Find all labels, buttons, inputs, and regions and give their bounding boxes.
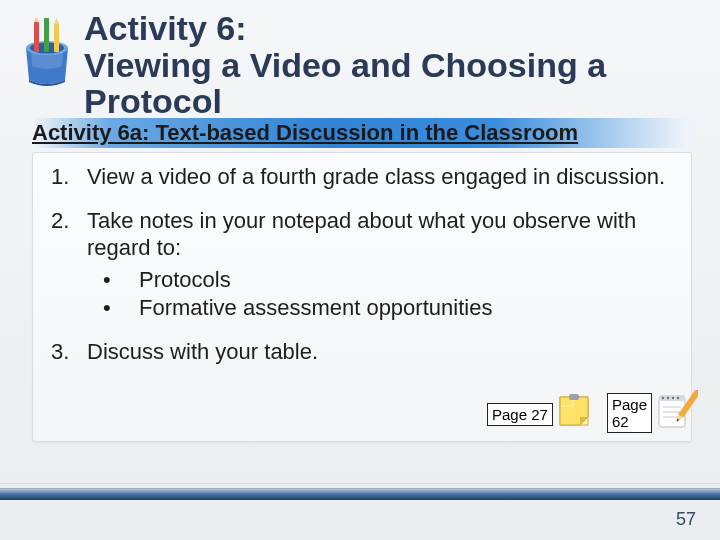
page-ref-label: Page 62 [607,393,652,433]
sub-list-item-text: Formative assessment opportunities [139,295,492,320]
pencil-cup-icon [18,18,76,92]
slide-header: Activity 6: Viewing a Video and Choosing… [18,10,720,120]
instruction-list: View a video of a fourth grade class eng… [39,163,677,365]
sub-list: Protocols Formative assessment opportuni… [87,266,677,322]
title-line-1: Activity 6: [84,9,247,47]
title-line-2: Viewing a Video and Choosing a Protocol [84,46,606,121]
subtitle-bar: Activity 6a: Text-based Discussion in th… [32,118,692,146]
list-item: View a video of a fourth grade class eng… [39,163,677,191]
slide: Activity 6: Viewing a Video and Choosing… [0,0,720,540]
sticky-note-icon [557,394,595,435]
list-item: Discuss with your table. [39,338,677,366]
sub-list-item: Protocols [87,266,677,294]
svg-marker-7 [54,18,59,24]
footer-bar [0,488,720,500]
svg-point-14 [672,397,674,399]
footer-divider [0,483,720,484]
slide-title: Activity 6: Viewing a Video and Choosing… [84,10,720,120]
svg-rect-4 [44,18,49,52]
list-item-text: Discuss with your table. [87,339,318,364]
list-item-text: Take notes in your notepad about what yo… [87,208,636,261]
svg-point-15 [677,397,679,399]
page-ref-2: Page 62 [607,390,698,435]
sub-list-item-text: Protocols [139,267,231,292]
list-item-text: View a video of a fourth grade class eng… [87,164,665,189]
sub-list-item: Formative assessment opportunities [87,294,677,322]
page-ref-1: Page 27 [487,394,595,435]
svg-point-13 [667,397,669,399]
svg-marker-3 [34,18,39,22]
content-box: View a video of a fourth grade class eng… [32,152,692,442]
svg-rect-6 [54,24,59,52]
list-item: Take notes in your notepad about what yo… [39,207,677,322]
subtitle-text: Activity 6a: Text-based Discussion in th… [32,118,692,146]
svg-rect-2 [34,22,39,52]
svg-rect-9 [569,394,579,400]
svg-point-12 [662,397,664,399]
slide-number: 57 [676,509,696,530]
notepad-pencil-icon [656,390,698,435]
page-ref-label: Page 27 [487,403,553,426]
